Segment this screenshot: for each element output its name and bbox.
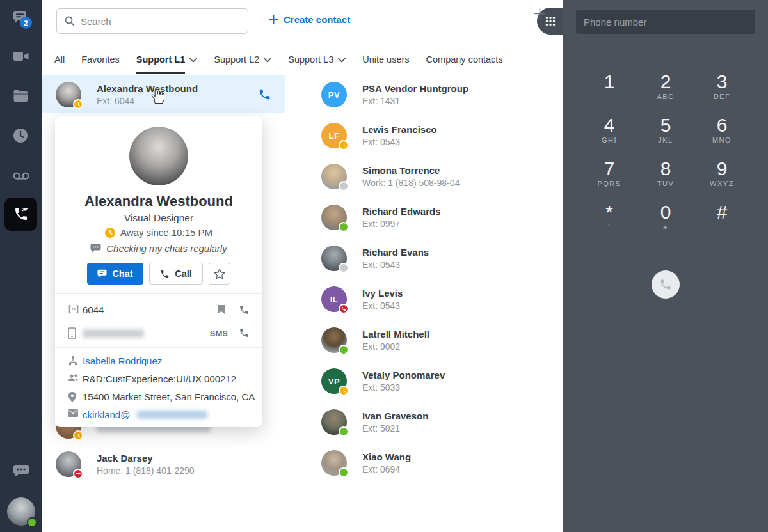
contact-detail: Ext: 6044 — [97, 96, 134, 106]
team-row: R&D:CustExperience:UI/UX 000212 — [55, 370, 262, 388]
contact-row[interactable]: PV PSA Vendor HuntgroupExt: 1431 — [307, 75, 563, 113]
contact-name: Richard Evans — [362, 247, 429, 258]
contact-name: Alexandra Westbound — [97, 83, 198, 94]
popup-status-message: Checking my chats regularly — [55, 243, 262, 254]
contact-detail: Ext: 1431 — [362, 96, 400, 106]
manager-link[interactable]: Isabella Rodriquez — [83, 356, 162, 366]
sms-button[interactable]: SMS — [210, 329, 228, 338]
tab-unite-users[interactable]: Unite users — [362, 45, 409, 74]
contact-detail: Ext: 0543 — [362, 137, 400, 147]
add-tab-button[interactable] — [534, 8, 545, 19]
create-contact-button[interactable]: Create contact — [269, 14, 350, 25]
extension-icon — [68, 304, 79, 314]
contact-row[interactable]: Ivan GravesonExt: 5021 — [307, 403, 563, 441]
call-extension-icon[interactable] — [239, 304, 250, 315]
avatar-initials-text: IL — [330, 295, 339, 304]
avatar-photo — [321, 450, 347, 476]
tab-favorites[interactable]: Favorites — [81, 45, 120, 74]
contacts-nav-active[interactable] — [4, 198, 37, 231]
mobile-phone-icon — [68, 327, 76, 339]
feedback-icon[interactable] — [13, 464, 29, 478]
voicemail-icon[interactable] — [13, 171, 29, 180]
tab-all[interactable]: All — [54, 45, 65, 74]
popup-contact-name: Alexandra Westbound — [55, 193, 262, 210]
email-link[interactable]: ckirkland@ — [83, 409, 130, 420]
dial-key-1[interactable]: 1 — [581, 66, 637, 110]
popup-avatar-photo — [129, 127, 188, 185]
dial-key-9[interactable]: 9WXYZ — [694, 153, 750, 197]
contact-row[interactable]: Latrell MitchellExt: 9002 — [307, 321, 563, 359]
user-avatar[interactable] — [7, 497, 35, 526]
search-box[interactable] — [56, 8, 248, 34]
chevron-down-icon — [338, 58, 346, 63]
team-icon — [68, 373, 79, 382]
bookmark-icon[interactable] — [217, 304, 225, 315]
presence-badge — [339, 304, 349, 314]
contact-row[interactable]: Xiao WangExt: 0694 — [307, 444, 563, 481]
history-icon[interactable] — [13, 128, 28, 143]
folder-icon[interactable] — [13, 90, 29, 102]
contact-row[interactable]: Richard EvansExt: 0543 — [307, 239, 563, 277]
dial-key-7[interactable]: 7PQRS — [581, 153, 637, 197]
popup-contact-title: Visual Designer — [55, 212, 262, 224]
contact-name: Lewis Francisco — [362, 124, 437, 135]
tab-company-contacts[interactable]: Company contacts — [426, 45, 503, 74]
dial-key-star[interactable]: *' — [581, 197, 637, 240]
dial-key-6[interactable]: 6MNO — [694, 110, 750, 153]
contact-row[interactable]: Richard EdwardsExt: 0997 — [307, 198, 563, 236]
chevron-down-icon — [189, 58, 197, 63]
contacts-main: Create contact All Favorites Support L1 … — [42, 0, 563, 532]
avatar-initials: VP — [321, 368, 347, 394]
tab-support-l1[interactable]: Support L1 — [136, 45, 198, 74]
dial-call-button[interactable] — [652, 270, 680, 299]
tab-support-l3[interactable]: Support L3 — [288, 45, 346, 74]
dial-key-2[interactable]: 2ABC — [637, 66, 694, 110]
create-contact-label: Create contact — [284, 14, 350, 25]
dial-key-3[interactable]: 3DEF — [694, 66, 750, 110]
presence-badge — [339, 426, 349, 437]
search-input[interactable] — [81, 16, 240, 27]
avatar-photo — [321, 327, 347, 353]
call-contact-icon[interactable] — [258, 88, 271, 101]
presence-badge — [339, 467, 349, 478]
avatar-initials-text: PV — [328, 90, 340, 100]
contact-name: Ivan Graveson — [362, 411, 428, 421]
obscured-mobile-number — [83, 329, 144, 338]
avatar-photo — [321, 409, 347, 435]
address-value: 15400 Market Street, San Francisco, CA — [83, 391, 255, 402]
dial-key-4[interactable]: 4GHI — [581, 110, 637, 153]
contact-row[interactable]: IL Ivy LevisExt: 0543 — [307, 280, 563, 318]
tab-support-l2[interactable]: Support L2 — [214, 45, 271, 74]
contact-row[interactable]: VP Vetaly PonomarevExt: 5033 — [307, 362, 563, 400]
contact-row[interactable]: LF Lewis FranciscoExt: 0543 — [307, 116, 563, 154]
call-button[interactable]: Call — [149, 263, 203, 285]
mobile-row: SMS — [55, 322, 262, 345]
presence-badge — [73, 469, 83, 479]
video-icon[interactable] — [13, 50, 29, 63]
contact-row[interactable]: Simona TorrenceWork: 1 (818) 508-98-04 — [307, 157, 563, 195]
phone-number-input[interactable] — [576, 10, 755, 34]
avatar-photo — [321, 205, 347, 230]
phone-icon — [659, 278, 672, 291]
dial-key-5[interactable]: 5JKL — [637, 110, 694, 153]
extension-row: 6044 — [55, 299, 262, 322]
avatar-photo — [321, 164, 347, 189]
manager-row: Isabella Rodriquez — [55, 352, 262, 370]
contact-detail: Ext: 0694 — [362, 464, 400, 474]
contact-name: Ivy Levis — [362, 288, 403, 299]
dial-key-pound[interactable]: # — [694, 197, 750, 240]
avatar-initials: LF — [321, 123, 347, 148]
contact-row-jack[interactable]: Jack Darsey Home: 1 (818) 401-2290 — [42, 445, 285, 483]
contact-detail: Home: 1 (818) 401-2290 — [97, 465, 195, 476]
search-icon — [65, 16, 75, 26]
favorite-star-button[interactable] — [209, 263, 230, 285]
avatar-initials-text: LF — [329, 131, 340, 141]
dial-key-8[interactable]: 8TUV — [637, 153, 694, 197]
call-mobile-icon[interactable] — [239, 327, 250, 338]
chat-button[interactable]: Chat — [87, 263, 143, 285]
dial-key-0[interactable]: 0+ — [637, 197, 694, 240]
grid-icon — [545, 15, 556, 27]
avatar-photo — [56, 451, 81, 477]
presence-badge — [339, 181, 349, 191]
contact-row-alexandra[interactable]: Alexandra Westbound Ext: 6044 — [42, 75, 285, 113]
